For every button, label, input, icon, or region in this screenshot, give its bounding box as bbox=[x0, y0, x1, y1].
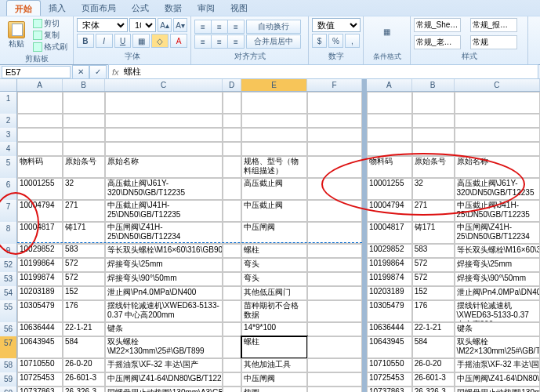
cell[interactable] bbox=[367, 128, 412, 142]
cell[interactable]: 规格、型号（物料组描述） bbox=[241, 156, 307, 178]
cell[interactable]: 原始名称 bbox=[105, 156, 223, 178]
cell[interactable]: 手摇油泵\XF-32 丰达\国产 bbox=[455, 358, 540, 372]
copy-button[interactable]: 复制 bbox=[31, 30, 69, 41]
cell[interactable] bbox=[455, 92, 540, 114]
cell[interactable]: 弯头 bbox=[241, 258, 307, 272]
cell[interactable]: 中压闸阀\Z41-64\DN80\GB/T12234 bbox=[455, 372, 540, 387]
cell[interactable] bbox=[307, 322, 362, 336]
cell[interactable]: 焊接弯头\25mm bbox=[105, 258, 223, 272]
cell[interactable]: 10737863 bbox=[17, 387, 63, 392]
italic-button[interactable]: I bbox=[96, 34, 113, 48]
cell[interactable] bbox=[223, 387, 241, 392]
cell[interactable] bbox=[223, 300, 241, 322]
cell[interactable] bbox=[63, 114, 105, 128]
cell[interactable]: 10199874 bbox=[367, 272, 412, 286]
cell[interactable] bbox=[307, 387, 362, 392]
cell[interactable]: 22-1-21 bbox=[412, 322, 455, 336]
cell[interactable]: 其他加油工具 bbox=[241, 358, 307, 372]
cell[interactable]: 10004794 bbox=[17, 200, 63, 222]
pane-right[interactable]: A B C 物料码原始条号原始名称1000125532高压截止阀\J61Y-32… bbox=[367, 79, 540, 392]
cell[interactable] bbox=[223, 358, 241, 372]
cell[interactable]: 10636444 bbox=[367, 322, 412, 336]
tab-insert[interactable]: 插入 bbox=[41, 0, 74, 16]
rowhdr[interactable]: 54 bbox=[0, 286, 17, 300]
rowhdr[interactable]: 59 bbox=[0, 372, 17, 387]
rowhdr[interactable]: 7 bbox=[0, 200, 17, 222]
number-format-select[interactable]: 数值 bbox=[312, 18, 361, 32]
cell[interactable]: 10203189 bbox=[367, 286, 412, 300]
bold-button[interactable]: B bbox=[77, 34, 94, 48]
cell[interactable] bbox=[455, 128, 540, 142]
cell[interactable]: 原始条号 bbox=[412, 156, 455, 178]
cell[interactable]: 10029852 bbox=[367, 244, 412, 258]
cell[interactable] bbox=[63, 128, 105, 142]
cell[interactable] bbox=[307, 156, 362, 178]
cell[interactable] bbox=[223, 178, 241, 200]
fill-button[interactable]: ◇ bbox=[151, 34, 169, 48]
cell[interactable]: 焊接弯头\90°\50mm bbox=[105, 272, 223, 286]
paste-button[interactable]: 粘贴 bbox=[3, 18, 30, 53]
cell[interactable]: 26-601-3 bbox=[412, 372, 455, 387]
cell[interactable]: 10643945 bbox=[367, 336, 412, 358]
cell[interactable] bbox=[241, 114, 307, 128]
cell[interactable]: 中压截止阀\J41H-25\DN50\GB/T12235 bbox=[105, 200, 223, 222]
cell[interactable]: 摆线针轮减速机\XWED63-5133-0.37 中心高200mm bbox=[105, 300, 223, 322]
cut-button[interactable]: 剪切 bbox=[31, 18, 69, 29]
cell[interactable]: 10001255 bbox=[367, 178, 412, 200]
cell[interactable]: 键条 bbox=[455, 322, 540, 336]
cell[interactable]: 10029852 bbox=[17, 244, 63, 258]
cell[interactable] bbox=[223, 114, 241, 128]
cell[interactable]: 32 bbox=[63, 178, 105, 200]
confirm-icon[interactable]: ✓ bbox=[89, 65, 107, 79]
cell[interactable]: 其他低压阀门 bbox=[241, 286, 307, 300]
cell[interactable] bbox=[307, 336, 362, 358]
name-box[interactable]: E57 bbox=[2, 66, 71, 78]
cell[interactable]: 10199874 bbox=[17, 272, 63, 286]
cell[interactable]: 中压闸阀 bbox=[241, 222, 307, 244]
cell[interactable]: 物料码 bbox=[367, 156, 412, 178]
percent-button[interactable]: % bbox=[328, 34, 343, 48]
rowhdr[interactable]: 56 bbox=[0, 322, 17, 336]
cell[interactable] bbox=[223, 322, 241, 336]
cell[interactable] bbox=[241, 92, 307, 114]
cell[interactable]: 手摇油泵\XF-32 丰达\国产 bbox=[105, 358, 223, 372]
cell[interactable] bbox=[105, 114, 223, 128]
align-left-button[interactable]: ≡ bbox=[194, 34, 212, 49]
cell[interactable]: 高压截止阀\J61Y-320\DN50\GB/T12235 bbox=[105, 178, 223, 200]
rowhdr[interactable]: 5 bbox=[0, 156, 17, 178]
cell[interactable]: 10725453 bbox=[367, 372, 412, 387]
cell[interactable]: 国螺母用止动垫圈\130mm\A3\GB/T858 bbox=[105, 387, 223, 392]
cell[interactable] bbox=[412, 142, 455, 156]
cell[interactable] bbox=[223, 272, 241, 286]
cell[interactable] bbox=[63, 142, 105, 156]
cell[interactable]: 物料码 bbox=[17, 156, 63, 178]
cell[interactable] bbox=[307, 142, 362, 156]
rowhdr[interactable]: 9 bbox=[0, 244, 17, 258]
cell[interactable]: 垫圈 bbox=[241, 387, 307, 392]
cell[interactable] bbox=[105, 128, 223, 142]
cell[interactable] bbox=[105, 142, 223, 156]
cell[interactable] bbox=[223, 142, 241, 156]
tab-review[interactable]: 审阅 bbox=[190, 0, 223, 16]
cell[interactable]: 584 bbox=[63, 336, 105, 358]
cell[interactable] bbox=[223, 92, 241, 114]
cell[interactable] bbox=[367, 114, 412, 128]
pane-left[interactable]: A B C D E F 12345物料码原始条号原始名称规格、型号（物料组描述）… bbox=[0, 79, 362, 392]
colhdr-b[interactable]: B bbox=[63, 79, 105, 91]
cell[interactable]: 10710550 bbox=[367, 358, 412, 372]
cell[interactable] bbox=[223, 372, 241, 387]
cell[interactable]: 583 bbox=[412, 244, 455, 258]
cell[interactable] bbox=[17, 114, 63, 128]
cell[interactable] bbox=[223, 336, 241, 358]
cell[interactable] bbox=[17, 92, 63, 114]
cell[interactable]: 双头螺栓\M22×130mm\25#\GB/T899 bbox=[105, 336, 223, 358]
cell[interactable]: 10725453 bbox=[17, 372, 63, 387]
cell[interactable]: 10643945 bbox=[17, 336, 63, 358]
cell[interactable] bbox=[412, 128, 455, 142]
underline-button[interactable]: U bbox=[114, 34, 132, 48]
cell[interactable]: 10004794 bbox=[367, 200, 412, 222]
cell[interactable]: 572 bbox=[63, 258, 105, 272]
style-item-1[interactable]: 常规_She… bbox=[414, 18, 461, 32]
cell[interactable]: 铸171 bbox=[412, 222, 455, 244]
colhdr-c[interactable]: C bbox=[105, 79, 223, 91]
